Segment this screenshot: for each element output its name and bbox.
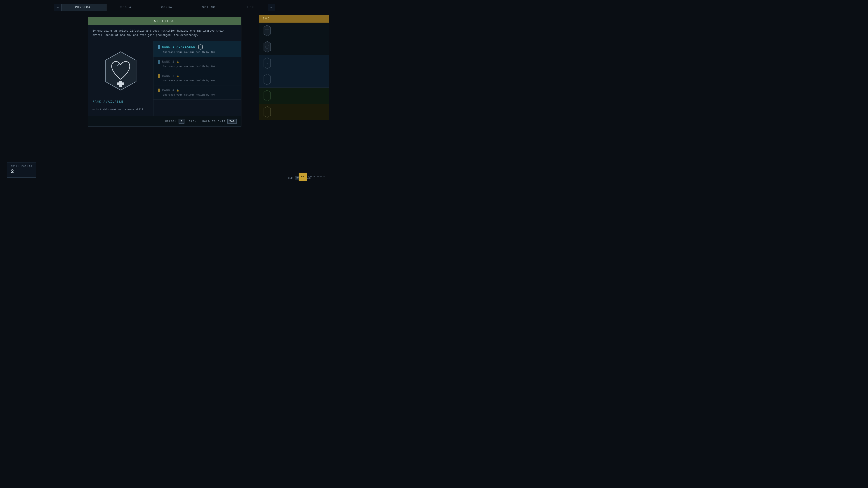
unlock-key-badge: E [179, 119, 184, 124]
rank-3-title: RANK 3 [162, 74, 175, 78]
tab-combat[interactable]: COMBAT [147, 4, 188, 11]
tab-social[interactable]: SOCIAL [106, 4, 147, 11]
sidebar-item[interactable] [259, 104, 329, 120]
rank-4-lock-icon: 🔒 [176, 89, 179, 92]
sidebar-header: SOC [259, 15, 329, 23]
rank-bar [158, 60, 159, 64]
rank-1-title: RANK 1 AVAILABLE [162, 45, 195, 48]
rank-1-item[interactable]: RANK 1 AVAILABLE Increase your maximum h… [153, 41, 241, 57]
unlock-label: UNLOCK [165, 120, 177, 123]
rank-3-desc: Increase your maximum health by 30%. [158, 79, 237, 82]
tab-tech[interactable]: TECH [231, 4, 268, 11]
rank-2-header: RANK 2 🔒 [158, 60, 237, 64]
gg-logo-text: GG [301, 175, 304, 178]
svg-marker-12 [264, 106, 271, 118]
hold-to-exit-label: HOLD TO EXIT [202, 120, 225, 123]
rank-1-desc: Increase your maximum health by 10%. [158, 51, 237, 54]
rank-1-header: RANK 1 AVAILABLE [158, 44, 237, 50]
rank-4-item[interactable]: RANK 4 🔒 Increase your maximum health by… [153, 86, 241, 100]
rank-3-item[interactable]: RANK 3 🔒 Increase your maximum health by… [153, 71, 241, 86]
back-label: BACK [189, 120, 197, 123]
rank-2-title: RANK 2 [162, 60, 175, 64]
rank-bar [158, 74, 159, 78]
nav-next-button[interactable]: → [268, 4, 275, 11]
rank-available-desc: Unlock this Rank to increase Skill. [92, 108, 145, 111]
rank-4-desc: Increase your maximum health by 40%. [158, 94, 237, 96]
skill-points-box: SKILL POINTS 2 [7, 162, 36, 177]
tab-physical[interactable]: PHYSICAL [61, 4, 106, 11]
unlock-action[interactable]: UNLOCK E [165, 119, 184, 124]
svg-marker-10 [264, 74, 271, 85]
brand-label: GAMER GUIDES [308, 175, 326, 178]
rank-bar [159, 45, 160, 49]
skill-panel: WELLNESS By embracing an active lifestyl… [88, 17, 241, 127]
main-content: WELLNESS By embracing an active lifestyl… [0, 15, 329, 129]
rank-4-header: RANK 4 🔒 [158, 89, 237, 92]
skill-description: By embracing an active lifestyle and goo… [88, 25, 241, 41]
skill-points-value: 2 [11, 168, 32, 175]
skill-points-label: SKILL POINTS [11, 165, 32, 168]
rank-2-desc: Increase your maximum health by 20%. [158, 65, 237, 68]
sidebar-item[interactable] [259, 39, 329, 55]
cursor-overlay [198, 44, 203, 50]
top-navigation: ← PHYSICAL SOCIAL COMBAT SCIENCE TECH → [0, 0, 329, 15]
rank-available-divider [92, 105, 149, 105]
rank-3-bars [158, 74, 160, 78]
rank-3-lock-icon: 🔒 [176, 75, 179, 77]
rank-bar [159, 74, 160, 78]
skill-header: WELLNESS [88, 17, 241, 25]
rank-4-bars [158, 89, 160, 92]
svg-marker-11 [264, 90, 271, 101]
rank-bar [159, 60, 160, 64]
rank-2-bars [158, 60, 160, 64]
gamer-guides-logo: GG [299, 173, 307, 181]
skill-body: RANK AVAILABLE Unlock this Rank to incre… [88, 41, 241, 116]
rank-bar [158, 89, 159, 92]
back-action[interactable]: BACK HOLD TO EXIT TAB [189, 119, 237, 124]
sidebar-item[interactable] [259, 88, 329, 104]
rank-4-title: RANK 4 [162, 89, 175, 92]
right-sidebar: SOC ✦ [259, 15, 329, 129]
rank-1-bars [158, 45, 160, 49]
nav-prev-button[interactable]: ← [54, 4, 61, 11]
rank-bar [158, 45, 159, 49]
watermark: GG GAMER GUIDES [299, 173, 326, 181]
skill-desc-text: By embracing an active lifestyle and goo… [92, 29, 224, 37]
rank-2-item[interactable]: RANK 2 🔒 Increase your maximum health by… [153, 57, 241, 71]
rank-3-header: RANK 3 🔒 [158, 74, 237, 78]
rank-available-label: RANK AVAILABLE [92, 100, 123, 103]
skill-ranks-panel: RANK 1 AVAILABLE Increase your maximum h… [153, 41, 241, 116]
svg-rect-2 [117, 83, 124, 85]
hold-back-label: HOLD [286, 177, 293, 180]
sidebar-item[interactable] [259, 71, 329, 88]
sidebar-item[interactable] [259, 23, 329, 39]
skill-icon-panel: RANK AVAILABLE Unlock this Rank to incre… [88, 41, 153, 116]
action-bar: UNLOCK E BACK HOLD TO EXIT TAB [88, 116, 241, 126]
tab-science[interactable]: SCIENCE [188, 4, 231, 11]
rank-2-lock-icon: 🔒 [176, 61, 179, 63]
rank-bar [159, 89, 160, 92]
wellness-icon [103, 50, 139, 92]
skill-tabs: PHYSICAL SOCIAL COMBAT SCIENCE TECH [61, 4, 268, 11]
back-key-badge: TAB [227, 119, 237, 124]
svg-text:✦: ✦ [266, 62, 268, 65]
svg-marker-6 [264, 41, 271, 53]
skill-title: WELLNESS [154, 20, 175, 23]
skill-icon-container [98, 46, 143, 96]
sidebar-item[interactable]: ✦ [259, 55, 329, 71]
